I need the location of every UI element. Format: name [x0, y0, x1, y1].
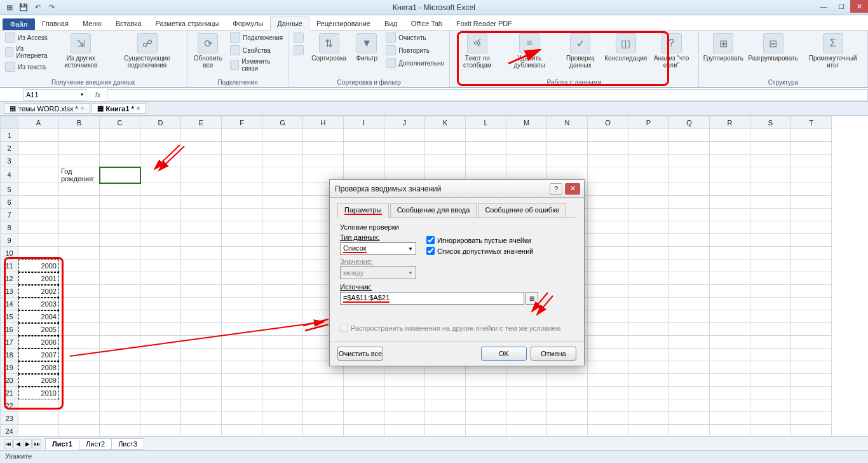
row-header[interactable]: 23 [1, 412, 18, 425]
refresh-all-button[interactable]: ⟳Обновить все [191, 32, 225, 70]
col-header[interactable]: S [750, 116, 791, 129]
col-header[interactable]: R [710, 116, 750, 129]
clear-filter-button[interactable]: Очистить [384, 32, 445, 43]
cell-c4-selected[interactable] [100, 167, 140, 183]
col-header[interactable]: F [222, 116, 262, 129]
consolidate-button[interactable]: ◫Консолидация [607, 32, 644, 63]
type-dropdown[interactable]: Список▼ [340, 242, 416, 255]
cell[interactable]: 2004 [18, 310, 59, 323]
row-header[interactable]: 18 [1, 349, 18, 361]
undo-button[interactable]: ↶ [32, 2, 43, 13]
edit-links-button[interactable]: Изменить связи [229, 57, 284, 73]
other-sources-button[interactable]: ⇲Из других источников [54, 32, 107, 70]
row-header[interactable]: 17 [1, 336, 18, 349]
col-header[interactable]: M [506, 116, 547, 129]
dialog-help-button[interactable]: ? [550, 183, 562, 195]
nav-prev[interactable]: ◀ [13, 439, 22, 448]
col-header[interactable]: G [262, 116, 303, 129]
subtotal-button[interactable]: ΣПромежуточный итог [802, 32, 864, 70]
row-header[interactable]: 4 [1, 167, 18, 183]
col-header[interactable]: K [425, 116, 466, 129]
source-input[interactable]: =$A$11:$A$21 [340, 292, 524, 305]
tab-layout[interactable]: Разметка страницы [149, 17, 226, 30]
cell-b4[interactable]: Год рождения: [59, 167, 100, 183]
name-box[interactable]: A11▾ [23, 89, 86, 100]
col-header[interactable]: N [547, 116, 588, 129]
row-header[interactable]: 16 [1, 323, 18, 336]
tab-data[interactable]: Данные [270, 17, 309, 31]
sheet-tab[interactable]: Лист2 [79, 438, 112, 450]
fx-icon[interactable]: fx [92, 91, 104, 99]
cell[interactable]: 2001 [18, 272, 59, 285]
sort-asc-button[interactable] [292, 32, 305, 43]
ok-button[interactable]: OK [481, 347, 527, 361]
row-header[interactable]: 8 [1, 221, 18, 234]
row-header[interactable]: 22 [1, 399, 18, 412]
sort-desc-button[interactable] [292, 45, 305, 56]
from-text-button[interactable]: Из текста [4, 61, 50, 73]
tab-foxit[interactable]: Foxit Reader PDF [449, 17, 519, 30]
reapply-button[interactable]: Повторить [384, 45, 445, 56]
row-header[interactable]: 15 [1, 310, 18, 323]
dialog-tab-error-alert[interactable]: Сообщение об ошибке [478, 203, 566, 218]
connections-button[interactable]: Подключения [229, 32, 284, 43]
cell[interactable]: 2009 [18, 374, 59, 387]
workbook-tab[interactable]: ▦темы WORD.xlsx *× [4, 103, 90, 114]
row-header[interactable]: 9 [1, 234, 18, 247]
col-header[interactable]: P [628, 116, 669, 129]
row-header[interactable]: 1 [1, 129, 18, 142]
cell[interactable]: 2007 [18, 349, 59, 361]
col-header[interactable]: B [59, 116, 100, 129]
file-tab[interactable]: Файл [3, 18, 35, 30]
whatif-button[interactable]: ?Анализ "что если" [648, 32, 694, 70]
from-web-button[interactable]: Из Интернета [4, 45, 50, 60]
remove-duplicates-button[interactable]: ≡Удалить дубликаты [505, 32, 553, 70]
existing-connections-button[interactable]: ☍Существующие подключения [111, 32, 182, 70]
in-cell-dropdown-checkbox[interactable]: Список допустимых значений [426, 247, 533, 255]
row-header[interactable]: 21 [1, 387, 18, 399]
close-button[interactable]: ✕ [850, 0, 868, 13]
redo-button[interactable]: ↷ [46, 2, 57, 13]
cell[interactable]: 2005 [18, 323, 59, 336]
cell[interactable]: 2002 [18, 285, 59, 298]
formula-input[interactable] [107, 89, 868, 100]
clear-all-button[interactable]: Очистить все [337, 347, 383, 361]
maximize-button[interactable]: ☐ [832, 0, 850, 13]
row-header[interactable]: 14 [1, 298, 18, 310]
sheet-tab[interactable]: Лист1 [45, 438, 79, 450]
tab-menu[interactable]: Меню [76, 17, 109, 30]
tab-review[interactable]: Рецензирование [309, 17, 377, 30]
nav-last[interactable]: ⏭ [32, 439, 41, 448]
ignore-blank-checkbox[interactable]: Игнорировать пустые ячейки [426, 236, 533, 244]
cell[interactable]: 2008 [18, 361, 59, 374]
col-header[interactable]: T [791, 116, 832, 129]
dialog-tab-input-message[interactable]: Сообщение для ввода [390, 203, 477, 218]
cell[interactable]: 2010 [18, 387, 59, 399]
col-header[interactable]: I [344, 116, 384, 129]
dialog-close-button[interactable]: ✕ [565, 183, 580, 195]
col-header[interactable]: H [303, 116, 344, 129]
row-header[interactable]: 5 [1, 183, 18, 196]
col-header[interactable]: O [588, 116, 628, 129]
row-header[interactable]: 12 [1, 272, 18, 285]
cancel-button[interactable]: Отмена [531, 347, 576, 361]
tab-formulas[interactable]: Формулы [226, 17, 270, 30]
sort-button[interactable]: ⇅Сортировка [309, 32, 349, 63]
col-header[interactable]: A [18, 116, 59, 129]
dialog-titlebar[interactable]: Проверка вводимых значений ? ✕ [330, 180, 584, 198]
properties-button[interactable]: Свойства [229, 45, 284, 56]
row-header[interactable]: 3 [1, 155, 18, 167]
from-access-button[interactable]: Из Access [4, 32, 50, 43]
tab-office[interactable]: Office Tab [404, 17, 449, 30]
dialog-tab-settings[interactable]: Параметры [337, 203, 389, 218]
row-header[interactable]: 2 [1, 142, 18, 155]
col-header[interactable]: C [100, 116, 140, 129]
close-icon[interactable]: × [137, 105, 140, 112]
col-header[interactable]: Q [669, 116, 710, 129]
col-header[interactable]: J [384, 116, 425, 129]
source-range-button[interactable]: ⊞ [526, 292, 538, 305]
close-icon[interactable]: × [81, 105, 85, 112]
select-all[interactable] [1, 116, 18, 129]
col-header[interactable]: E [181, 116, 222, 129]
text-to-columns-button[interactable]: ⫷Текст по столбцам [454, 32, 501, 70]
